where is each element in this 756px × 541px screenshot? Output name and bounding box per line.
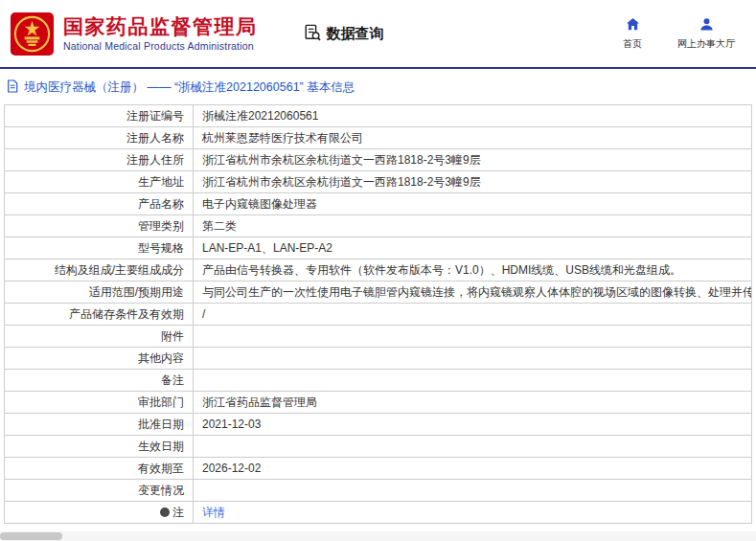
home-icon [626,17,640,34]
nav-service-hall[interactable]: 网上办事大厅 [677,17,735,51]
field-label: 附件 [5,326,194,348]
field-label: 有效期至 [5,458,194,480]
table-row: 注册人名称 杭州莱恩瑟特医疗技术有限公司 [5,127,752,149]
data-query-label: 数据查询 [327,25,384,43]
field-label: 其他内容 [5,348,194,370]
person-icon [699,17,714,34]
breadcrumb-text: 境内医疗器械（注册） —— “浙械注准20212060561” 基本信息 [24,79,355,96]
table-row: 生效日期 [5,436,752,458]
table-row: 生产地址 浙江省杭州市余杭区余杭街道文一西路1818-2号3幢9层 [5,171,752,193]
table-row: 注册证编号 浙械注准20212060561 [5,105,752,127]
field-value: 杭州莱恩瑟特医疗技术有限公司 [194,127,752,149]
data-query-icon [304,24,321,44]
nav-home[interactable]: 首页 [616,17,649,51]
details-link[interactable]: 详情 [202,506,225,519]
table-row: 结构及组成/主要组成成分 产品由信号转换器、专用软件（软件发布版本号：V1.0）… [5,259,752,282]
field-value [194,436,752,458]
service-hall-label: 网上办事大厅 [677,37,735,51]
field-value: 产品由信号转换器、专用软件（软件发布版本号：V1.0）、HDMI线缆、USB线缆… [194,259,752,282]
field-label: 变更情况 [5,480,194,502]
table-row: 有效期至 2026-12-02 [5,458,752,480]
field-label: 注册人名称 [5,127,194,149]
field-label: 型号规格 [5,237,194,259]
field-value: 2021-12-03 [194,414,752,436]
nmpa-logo [10,11,55,56]
field-label: 产品名称 [5,193,194,215]
table-row: 型号规格 LAN-EP-A1、LAN-EP-A2 [5,237,752,259]
field-label: 备注 [5,370,194,392]
field-label: 生效日期 [5,436,194,458]
home-label: 首页 [623,37,642,51]
table-row: 其他内容 [5,348,752,370]
table-row: 附件 [5,326,752,348]
agency-name-en: National Medical Products Administration [63,40,258,52]
field-value: 与同公司生产的一次性使用电子镜胆管内窥镜连接，将内窥镜观察人体体腔的视场区域的图… [194,282,752,304]
table-row: 管理类别 第二类 [5,215,752,237]
field-label: 生产地址 [5,171,194,193]
field-label: 注 [5,502,194,524]
note-label: 注 [172,506,184,519]
breadcrumb: 境内医疗器械（注册） —— “浙械注准20212060561” 基本信息 [0,69,756,104]
field-label: 产品储存条件及有效期 [5,304,194,326]
table-row: 产品储存条件及有效期 / [5,304,752,326]
agency-name-cn: 国家药品监督管理局 [63,15,258,38]
field-value [194,480,752,502]
table-row: 审批部门 浙江省药品监督管理局 [5,392,752,414]
field-value: 2026-12-02 [194,458,752,480]
table-row: 适用范围/预期用途 与同公司生产的一次性使用电子镜胆管内窥镜连接，将内窥镜观察人… [5,282,752,304]
field-value: 第二类 [194,215,752,237]
field-value [194,348,752,370]
header-nav: 首页 网上办事大厅 [616,17,735,51]
site-header: 国家药品监督管理局 National Medical Products Admi… [0,0,756,67]
field-value: 电子内窥镜图像处理器 [194,193,752,215]
table-row: 批准日期 2021-12-03 [5,414,752,436]
note-icon [160,507,170,517]
nav-data-query[interactable]: 数据查询 [304,24,384,44]
agency-title-block: 国家药品监督管理局 National Medical Products Admi… [63,15,258,52]
field-label: 批准日期 [5,414,194,436]
field-value [194,326,752,348]
field-value: / [194,304,752,326]
field-value [194,370,752,392]
table-row: 变更情况 [5,480,752,502]
table-row: 注 详情 [5,502,752,524]
table-row: 注册人住所 浙江省杭州市余杭区余杭街道文一西路1818-2号3幢9层 [5,149,752,171]
field-label: 适用范围/预期用途 [5,282,194,304]
registration-info-table: 注册证编号 浙械注准20212060561 注册人名称 杭州莱恩瑟特医疗技术有限… [4,104,752,524]
horizontal-scrollbar-thumb[interactable] [0,532,62,540]
field-value: 浙械注准20212060561 [194,105,752,127]
field-label: 审批部门 [5,392,194,414]
horizontal-scrollbar-track [0,531,756,541]
field-value: 浙江省杭州市余杭区余杭街道文一西路1818-2号3幢9层 [194,171,752,193]
document-icon [7,79,18,96]
field-value: LAN-EP-A1、LAN-EP-A2 [194,237,752,259]
field-label: 注册人住所 [5,149,194,171]
table-row: 备注 [5,370,752,392]
table-row: 产品名称 电子内窥镜图像处理器 [5,193,752,215]
field-label: 注册证编号 [5,105,194,127]
field-value: 详情 [194,502,752,524]
field-label: 管理类别 [5,215,194,237]
field-value: 浙江省药品监督管理局 [194,392,752,414]
field-value: 浙江省杭州市余杭区余杭街道文一西路1818-2号3幢9层 [194,149,752,171]
field-label: 结构及组成/主要组成成分 [5,259,194,282]
